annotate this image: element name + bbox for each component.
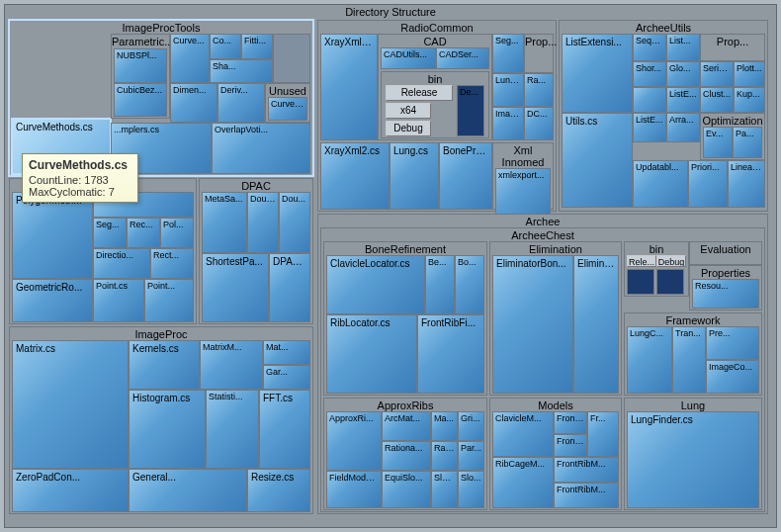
- cell[interactable]: Rect...: [150, 248, 194, 279]
- group-framework[interactable]: Framework LungC... Tran... Pre... ImageC…: [624, 312, 762, 396]
- cell[interactable]: Tran...: [672, 326, 706, 394]
- group-radiocommon[interactable]: RadioCommon CAD CADUtils... CADSer... bi…: [317, 20, 557, 212]
- cell[interactable]: Co...: [210, 34, 241, 59]
- cell[interactable]: Gri...: [458, 411, 484, 441]
- cell[interactable]: Gar...: [263, 365, 310, 390]
- cell[interactable]: Kernels.cs: [129, 340, 200, 390]
- cell[interactable]: Directio...: [93, 248, 150, 279]
- cell[interactable]: Plott...: [734, 61, 765, 87]
- cell[interactable]: ClavicleM...: [492, 411, 554, 457]
- group-dpac[interactable]: DPAC MetaSa... Doub... Dou... ShortestPa…: [199, 178, 313, 324]
- cell[interactable]: ShortestPa...: [202, 253, 269, 322]
- cell[interactable]: [273, 34, 310, 83]
- cell[interactable]: Seria...: [700, 61, 734, 87]
- cell[interactable]: Front...: [554, 411, 587, 434]
- group-evaluation[interactable]: Evaluation: [689, 241, 762, 265]
- cell[interactable]: MetaSa...: [202, 192, 247, 253]
- cell[interactable]: General...: [129, 469, 247, 512]
- button-debug2[interactable]: Debug: [656, 255, 686, 267]
- cell[interactable]: Statisti...: [206, 390, 259, 469]
- cell[interactable]: Arra...: [666, 113, 700, 142]
- cell[interactable]: Clust...: [700, 87, 734, 113]
- cell[interactable]: FrontRibM...: [554, 457, 619, 483]
- cell[interactable]: Pol...: [160, 218, 194, 248]
- cell[interactable]: MatrixM...: [200, 340, 263, 390]
- group-unused[interactable]: Unused CurveF...: [265, 83, 310, 123]
- cell[interactable]: ListE...: [633, 113, 666, 142]
- cell[interactable]: CADSer...: [436, 47, 489, 69]
- cell[interactable]: EliminatorBon...: [492, 255, 573, 394]
- cell[interactable]: Lung.cs: [390, 142, 439, 210]
- group-cad-bin[interactable]: bin Release x64 Debug De...: [381, 71, 489, 138]
- cell[interactable]: Deriv...: [217, 83, 265, 123]
- cell[interactable]: Linear...: [728, 160, 765, 208]
- cell[interactable]: XrayXml.cs: [320, 34, 378, 140]
- cell[interactable]: Fitti...: [241, 34, 273, 59]
- cell[interactable]: Pre...: [706, 326, 759, 360]
- button-x64[interactable]: x64: [386, 103, 431, 119]
- cell[interactable]: Dou...: [279, 192, 310, 253]
- cell[interactable]: RibLocator.cs: [326, 314, 417, 394]
- group-properties[interactable]: Properties Resou...: [689, 265, 762, 310]
- cell[interactable]: NUBSPl...: [114, 48, 167, 83]
- group-archee-bin[interactable]: bin Rele... Debug: [624, 241, 689, 297]
- cell[interactable]: Ma...: [431, 411, 458, 441]
- cell[interactable]: Doub...: [247, 192, 279, 253]
- cell[interactable]: ArcMat...: [382, 411, 431, 441]
- group-archeeutils[interactable]: ArcheeUtils ListExtensi... Sequ... List.…: [559, 20, 768, 212]
- cell[interactable]: Ev...: [703, 127, 733, 158]
- button-release[interactable]: Release: [386, 85, 453, 101]
- cell[interactable]: Histogram.cs: [129, 390, 206, 469]
- cell[interactable]: Bo...: [455, 255, 484, 314]
- cell[interactable]: List...: [666, 34, 700, 61]
- cell[interactable]: De...: [457, 85, 484, 136]
- cell[interactable]: [656, 269, 684, 295]
- cell[interactable]: Fr...: [587, 411, 619, 457]
- cell[interactable]: Lung...: [492, 73, 524, 107]
- cell[interactable]: Front...: [554, 434, 587, 457]
- cell[interactable]: ClavicleLocator.cs: [326, 255, 425, 314]
- cell[interactable]: Elimina...: [573, 255, 619, 394]
- cell[interactable]: ApproxRi...: [326, 411, 382, 471]
- cell[interactable]: ListE...: [666, 87, 700, 113]
- cell[interactable]: Updatabl...: [633, 160, 688, 208]
- cell[interactable]: Slo...: [458, 471, 484, 508]
- cell[interactable]: xmlexport...: [495, 168, 551, 220]
- cell[interactable]: FrontRibFi...: [417, 314, 484, 394]
- cell[interactable]: CurveF...: [268, 97, 307, 121]
- cell[interactable]: [633, 87, 666, 113]
- cell[interactable]: ListExtensi...: [562, 34, 633, 113]
- cell[interactable]: DC...: [524, 107, 554, 140]
- cell[interactable]: ImageCo...: [706, 360, 759, 394]
- cell[interactable]: Par...: [458, 441, 484, 471]
- group-cad[interactable]: CAD CADUtils... CADSer... bin Release x6…: [378, 34, 492, 140]
- cell[interactable]: Ra...: [524, 73, 554, 107]
- cell[interactable]: FrontRibM...: [554, 483, 619, 508]
- cell[interactable]: ZeroPadCon...: [12, 469, 129, 512]
- group-archee[interactable]: Archee ArcheeChest BoneRefinement Clavic…: [317, 214, 768, 514]
- cell[interactable]: GeometricRo...: [12, 279, 93, 322]
- cell[interactable]: LungFinder.cs: [627, 411, 759, 508]
- cell[interactable]: [627, 269, 654, 295]
- cell[interactable]: XrayXml2.cs: [320, 142, 390, 210]
- cell[interactable]: Radi...: [431, 441, 458, 471]
- cell[interactable]: Kup...: [734, 87, 765, 113]
- cell[interactable]: Point...: [144, 279, 194, 322]
- cell[interactable]: CubicBez...: [114, 83, 167, 117]
- cell[interactable]: Point.cs: [93, 279, 144, 322]
- group-optimization[interactable]: Optimization Ev... Pa...: [700, 113, 765, 160]
- cell[interactable]: Rec...: [127, 218, 160, 248]
- cell[interactable]: Shor...: [633, 61, 666, 87]
- cell[interactable]: Matrix.cs: [12, 340, 129, 469]
- cell[interactable]: Resou...: [692, 279, 759, 309]
- cell[interactable]: FieldModel...: [326, 471, 382, 508]
- cell[interactable]: Utils.cs: [562, 113, 633, 208]
- cell[interactable]: Sequ...: [633, 34, 666, 61]
- cell[interactable]: BonePro...: [439, 142, 492, 210]
- cell[interactable]: RibCageM...: [492, 457, 554, 508]
- cell[interactable]: LungC...: [627, 326, 672, 394]
- group-prop[interactable]: Prop...: [700, 34, 765, 61]
- cell[interactable]: Mat...: [263, 340, 310, 365]
- cell[interactable]: Glo...: [666, 61, 700, 87]
- cell[interactable]: Pa...: [733, 127, 762, 158]
